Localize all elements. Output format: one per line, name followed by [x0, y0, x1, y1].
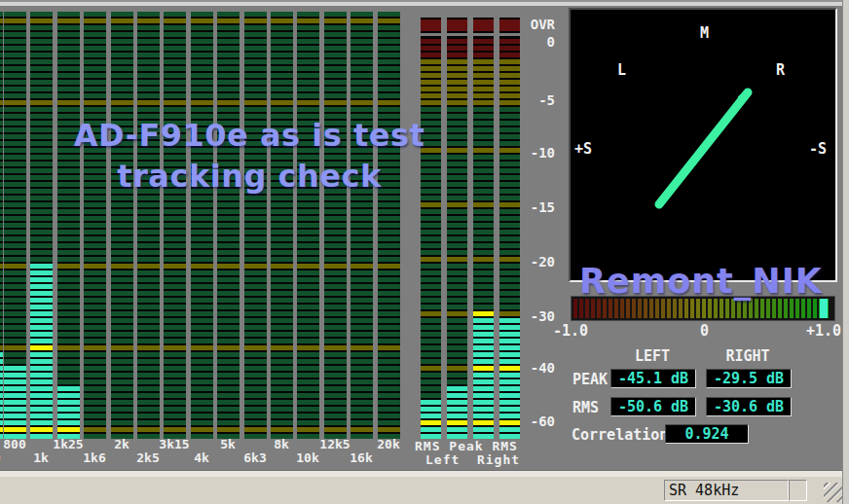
spectrum-segment	[191, 270, 213, 275]
spectrum-segment	[4, 25, 26, 30]
meter-segment	[421, 209, 441, 214]
watermark-text: Remont_NIK	[579, 262, 842, 301]
spectrum-segment	[84, 73, 106, 78]
correlation-segment	[714, 299, 718, 318]
spectrum-segment	[244, 400, 267, 405]
spectrum-segment	[297, 339, 319, 343]
meter-segment	[421, 414, 441, 418]
spectrum-segment	[164, 414, 186, 418]
meter-segment	[421, 243, 441, 248]
meter-scale--15: -15	[524, 199, 555, 215]
spectrum-segment	[191, 359, 213, 364]
spectrum-segment	[137, 46, 160, 51]
correlation-segment	[755, 299, 758, 318]
spectrum-segment	[57, 393, 80, 398]
spectrum-segment	[164, 25, 186, 30]
spectrum-segment	[4, 12, 26, 17]
correlation-segment	[585, 299, 589, 318]
correlation-segment	[778, 299, 782, 318]
meter-segment	[499, 175, 520, 180]
spectrum-segment	[84, 277, 106, 282]
spectrum-segment	[378, 73, 400, 78]
spectrum-segment	[30, 325, 53, 330]
spectrum-segment	[30, 121, 53, 126]
spectrum-segment	[351, 216, 373, 221]
meter-segment	[499, 311, 520, 316]
spectrum-segment	[271, 352, 293, 357]
meter-segment	[499, 53, 520, 57]
spectrum-segment	[378, 345, 400, 350]
correlation-scale-right: +1.0	[806, 322, 841, 340]
spectrum-segment	[164, 223, 186, 228]
spectrum-segment	[271, 284, 293, 289]
spectrum-segment	[191, 223, 213, 228]
spectrum-segment	[164, 87, 186, 91]
spectrum-segment	[84, 298, 106, 303]
spectrum-segment	[0, 345, 3, 350]
spectrum-segment	[297, 73, 319, 78]
spectrum-segment	[191, 414, 213, 418]
spectrum-segment	[137, 373, 160, 378]
spectrum-segment	[297, 400, 319, 405]
spectrum-segment	[297, 39, 319, 44]
spectrum-segment	[4, 175, 26, 180]
spectrum-segment	[0, 243, 3, 248]
meter-segment	[421, 305, 441, 309]
spectrum-segment	[297, 332, 319, 337]
meter-segment	[421, 284, 441, 289]
spectrum-segment	[351, 80, 373, 85]
spectrum-segment	[378, 216, 400, 221]
spectrum-segment	[164, 420, 186, 425]
spectrum-segment	[137, 420, 160, 425]
spectrum-segment	[111, 46, 133, 51]
spectrum-segment	[111, 366, 133, 371]
spectrum-segment	[217, 12, 240, 17]
spectrum-segment	[244, 230, 267, 234]
spectrum-segment	[137, 318, 160, 323]
spectrum-segment	[111, 400, 133, 405]
spectrum-segment	[111, 107, 133, 112]
spectrum-segment	[84, 414, 106, 418]
correlation-segment	[731, 299, 735, 318]
meter-segment	[473, 352, 494, 357]
spectrum-segment	[271, 325, 293, 330]
spectrum-segment	[111, 236, 133, 241]
spectrum-segment	[4, 114, 26, 119]
correlation-scale-center: 0	[700, 322, 709, 340]
spectrum-segment	[217, 400, 240, 405]
spectrum-segment	[378, 427, 400, 432]
meter-segment	[473, 127, 494, 132]
spectrum-segment	[217, 339, 240, 343]
spectrum-segment	[30, 386, 53, 391]
spectrum-segment	[378, 366, 400, 371]
spectrum-segment	[30, 400, 53, 405]
spectrum-segment	[297, 318, 319, 323]
spectrum-segment	[0, 73, 3, 78]
resize-grip-icon[interactable]	[824, 483, 843, 502]
meter-segment	[447, 257, 467, 262]
spectrum-segment	[191, 393, 213, 398]
spectrum-segment	[30, 141, 53, 146]
spectrum-segment	[244, 93, 267, 98]
spectrum-segment	[0, 277, 3, 282]
meter-segment	[447, 127, 467, 132]
spectrum-segment	[297, 305, 319, 309]
spectrum-segment	[137, 427, 160, 432]
spectrum-segment	[57, 270, 80, 275]
spectrum-segment	[84, 264, 106, 269]
spectrum-segment	[351, 379, 373, 384]
spectrum-segment	[271, 264, 293, 269]
spectrum-segment	[84, 236, 106, 241]
spectrum-segment	[378, 223, 400, 228]
spectrum-segment	[137, 39, 160, 44]
spectrum-segment	[378, 414, 400, 418]
spectrum-segment	[0, 162, 3, 166]
spectrum-segment	[191, 66, 213, 71]
spectrum-segment	[297, 100, 319, 105]
spectrum-segment	[0, 12, 3, 17]
spectrum-segment	[57, 18, 80, 23]
spectrum-segment	[4, 121, 26, 126]
spectrum-segment	[244, 339, 267, 343]
spectrum-segment	[137, 202, 160, 207]
spectrum-segment	[0, 121, 3, 126]
